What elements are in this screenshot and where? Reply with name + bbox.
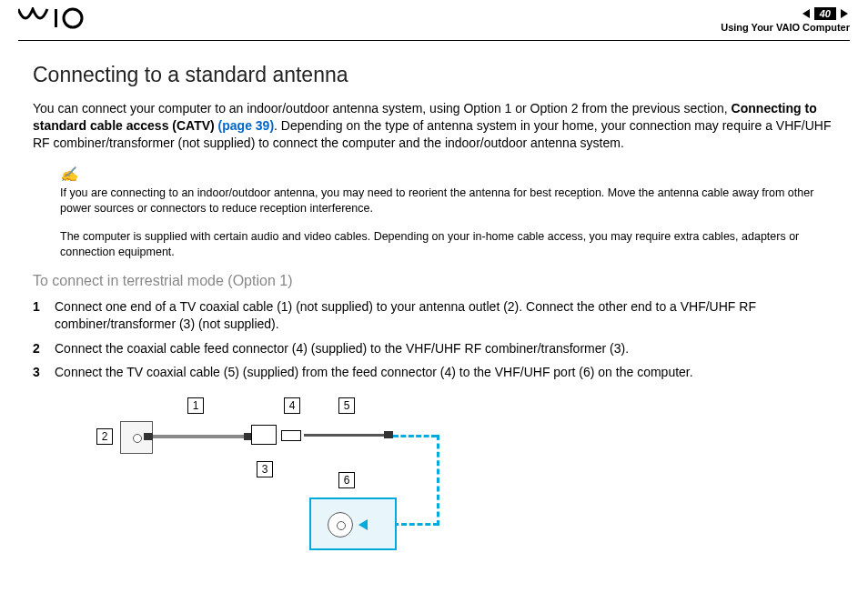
section-label: Using Your VAIO Computer [721,22,850,33]
dashed-path [437,435,439,526]
page-number: 40 [814,7,836,20]
arrow-icon [358,519,368,530]
header-right: 40 Using Your VAIO Computer [721,7,850,33]
vaio-logo-svg [18,7,106,29]
feed-connector-icon [281,430,301,441]
page-title: Connecting to a standard antenna [33,63,835,87]
step-number: 3 [33,364,55,381]
cable-end-icon [384,431,393,438]
intro-text-a: You can connect your computer to an indo… [33,101,732,116]
combiner-icon [251,425,277,445]
computer-port-box [309,497,397,550]
svg-rect-0 [55,9,57,27]
page-header: 40 Using Your VAIO Computer [0,0,868,40]
step-number: 2 [33,340,55,357]
vaio-logo [18,7,106,35]
note-icon: ✍ [60,165,835,185]
step-item: 3 Connect the TV coaxial cable (5) (supp… [33,364,835,381]
page-nav: 40 [801,7,850,20]
intro-paragraph: You can connect your computer to an indo… [33,100,835,152]
coax-cable-1 [153,435,244,438]
note-text-2: The computer is supplied with certain au… [60,229,835,260]
step-item: 1 Connect one end of a TV coaxial cable … [33,298,835,333]
svg-marker-2 [802,9,810,18]
diagram-label-6: 6 [338,472,355,488]
prev-page-icon[interactable] [801,8,812,19]
note-block: ✍ If you are connecting to an indoor/out… [60,165,835,260]
subheading: To connect in terrestrial mode (Option 1… [33,273,835,289]
step-item: 2 Connect the coaxial cable feed connect… [33,340,835,357]
step-number: 1 [33,298,55,333]
connection-diagram: 1 2 3 4 5 6 [69,396,451,559]
svg-point-1 [64,9,82,27]
note-text-1: If you are connecting to an indoor/outdo… [60,186,835,216]
dashed-path [393,435,437,437]
diagram-label-3: 3 [257,461,273,477]
diagram-label-5: 5 [338,397,355,414]
step-text: Connect the coaxial cable feed connector… [55,340,629,357]
steps-list: 1 Connect one end of a TV coaxial cable … [33,298,835,382]
page-link[interactable]: (page 39) [215,118,274,133]
content: Connecting to a standard antenna You can… [0,41,868,568]
step-text: Connect the TV coaxial cable (5) (suppli… [55,364,693,381]
diagram-label-1: 1 [187,397,204,414]
diagram-label-2: 2 [96,428,113,445]
next-page-icon[interactable] [839,8,850,19]
svg-marker-3 [841,9,848,18]
diagram-label-4: 4 [284,397,300,414]
coax-cable-5 [304,434,386,437]
step-text: Connect one end of a TV coaxial cable (1… [55,298,835,333]
